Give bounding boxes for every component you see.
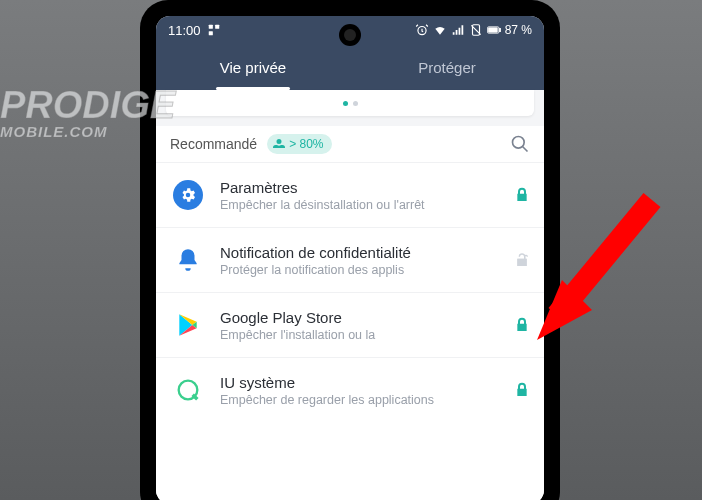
section-header: Recommandé > 80% <box>156 126 544 162</box>
item-title: IU système <box>220 374 500 391</box>
camera-notch <box>339 24 361 46</box>
status-battery-text: 87 % <box>505 23 532 37</box>
screen: 11:00 87 % Vie privée Protéger <box>156 16 544 500</box>
item-title: Google Play Store <box>220 309 500 326</box>
recommended-label: Recommandé <box>170 136 257 152</box>
list-item-parametres[interactable]: Paramètres Empêcher la désinstallation o… <box>156 162 544 227</box>
list-item-systemui[interactable]: IU système Empêcher de regarder les appl… <box>156 357 544 422</box>
tab-protect[interactable]: Protéger <box>350 44 544 90</box>
alarm-icon <box>415 23 429 37</box>
status-time: 11:00 <box>168 23 201 38</box>
search-icon[interactable] <box>510 134 530 154</box>
svg-rect-7 <box>488 28 497 32</box>
item-subtitle: Empêcher de regarder les applications <box>220 393 500 407</box>
item-subtitle: Empêcher l'installation ou la <box>220 328 500 342</box>
signal-icon <box>451 23 465 37</box>
android-q-icon <box>170 372 206 408</box>
percent-badge: > 80% <box>267 134 331 154</box>
svg-rect-6 <box>499 28 500 31</box>
tab-privacy[interactable]: Vie privée <box>156 44 350 90</box>
item-title: Notification de confidentialité <box>220 244 500 261</box>
page-dot <box>343 101 348 106</box>
pager-dots <box>166 90 534 116</box>
svg-line-10 <box>557 200 652 315</box>
tab-bar: Vie privée Protéger <box>156 44 544 90</box>
svg-rect-0 <box>208 25 212 29</box>
item-title: Paramètres <box>220 179 500 196</box>
page-dot <box>353 101 358 106</box>
apps-icon <box>207 23 221 37</box>
wifi-icon <box>433 23 447 37</box>
battery-icon <box>487 23 501 37</box>
svg-rect-1 <box>215 25 219 29</box>
tab-label: Vie privée <box>220 59 286 76</box>
no-sim-icon <box>469 23 483 37</box>
lock-icon[interactable] <box>514 187 530 203</box>
svg-point-8 <box>513 137 525 149</box>
svg-rect-2 <box>208 31 212 35</box>
lock-icon[interactable] <box>514 382 530 398</box>
lock-icon[interactable] <box>514 317 530 333</box>
list-item-playstore[interactable]: Google Play Store Empêcher l'installatio… <box>156 292 544 357</box>
item-subtitle: Empêcher la désinstallation ou l'arrêt <box>220 198 500 212</box>
phone-frame: 11:00 87 % Vie privée Protéger <box>140 0 560 500</box>
settings-icon <box>170 177 206 213</box>
play-store-icon <box>170 307 206 343</box>
tab-label: Protéger <box>418 59 476 76</box>
bell-icon <box>170 242 206 278</box>
list-item-notification[interactable]: Notification de confidentialité Protéger… <box>156 227 544 292</box>
app-list: Paramètres Empêcher la désinstallation o… <box>156 162 544 500</box>
item-subtitle: Protéger la notification des applis <box>220 263 500 277</box>
unlock-icon[interactable] <box>514 252 530 268</box>
